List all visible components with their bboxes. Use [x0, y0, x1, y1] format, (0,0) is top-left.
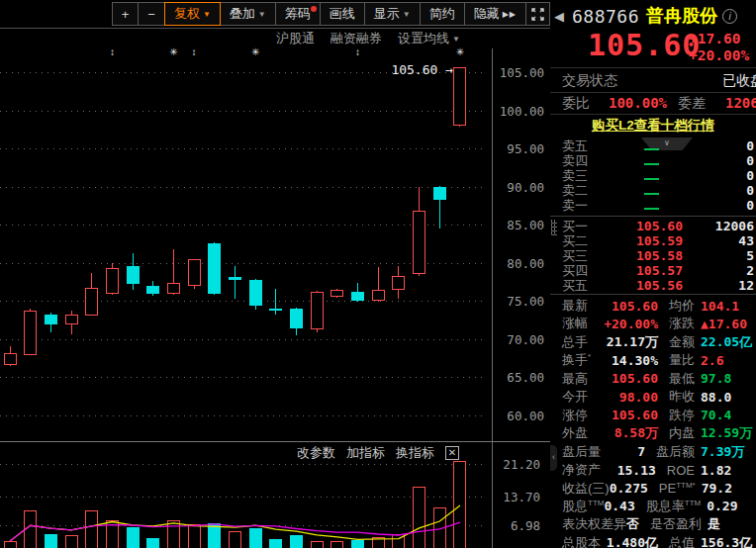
stats-row: 今开98.00昨收88.0 — [562, 388, 756, 406]
display-button[interactable]: 显示▼ — [364, 2, 421, 26]
superscript: TTM — [685, 499, 701, 507]
volume-bar — [65, 535, 78, 548]
hide-button[interactable]: 隐藏▶▶ — [464, 2, 526, 26]
chouma-button[interactable]: 筹码 — [275, 2, 321, 26]
empty-price-dash — [644, 163, 659, 165]
sell-price-dash — [596, 138, 683, 153]
left-arrow-icon[interactable]: ◀ — [554, 9, 564, 24]
panel-collapse-tab-icon[interactable]: ‹ — [550, 445, 557, 471]
stat-value: 1.480亿 — [601, 534, 660, 548]
price-axis-label: 60.00 — [493, 409, 544, 423]
candle-body — [24, 311, 37, 355]
sell-qty: 0 — [683, 168, 754, 183]
split-icon: ↕ — [106, 46, 118, 57]
stat-value: 7.39万 — [695, 443, 756, 461]
price-gridline — [0, 187, 487, 188]
stat-label: 均价 — [669, 297, 695, 315]
sell-price-dash — [596, 153, 683, 168]
stat-value: 0.43 — [604, 499, 636, 513]
candle-body — [269, 309, 282, 312]
candle-body — [167, 283, 180, 295]
switch-indicator-link[interactable]: 换指标 — [396, 444, 434, 462]
stat-value: 156.3亿 — [695, 534, 756, 548]
superscript: TTM — [588, 499, 604, 507]
subtoolbar-rongzirongquan[interactable]: 融资融券 — [331, 30, 382, 47]
trade-status-value: 已收盘 — [722, 72, 756, 90]
buy-price: 105.59 — [596, 233, 683, 248]
sell-level-label: 卖一 — [562, 197, 596, 215]
stat-label: 总手 — [562, 333, 588, 351]
buy-qty: 12 — [683, 278, 754, 293]
info-icon[interactable]: i — [722, 9, 737, 24]
candle-body — [127, 266, 140, 284]
divider — [550, 294, 756, 295]
candle-body — [208, 243, 221, 294]
stat-value: ▲17.60 — [695, 317, 756, 331]
expand-button[interactable] — [525, 2, 550, 26]
stat-value: 105.60 — [588, 408, 660, 422]
price-axis-label: 105.00 — [493, 65, 544, 80]
zoom-in-button[interactable]: + — [112, 2, 140, 26]
stock-terminal-window: 105.00100.0095.0090.0085.0080.0075.0070.… — [0, 0, 756, 548]
price-axis-label: 100.00 — [493, 104, 544, 119]
price-axis-label: 75.00 — [493, 294, 544, 309]
subtoolbar-hugutong[interactable]: 沪股通 — [276, 30, 315, 47]
volume-bar — [331, 541, 343, 548]
sell-qty: 0 — [683, 198, 754, 213]
stat-label: 表决权差异 — [562, 515, 626, 533]
add-indicator-link[interactable]: 加指标 — [346, 444, 385, 462]
stat-value: 105.60 — [588, 371, 660, 386]
close-icon[interactable]: ✕ — [445, 446, 459, 460]
buy-l2-link[interactable]: 购买L2查看十档行情 — [550, 117, 756, 135]
stat-label: 最新 — [562, 297, 588, 315]
button-label: 隐藏 — [474, 5, 500, 23]
simple-button[interactable]: 简约 — [420, 2, 465, 26]
stat-label: 总值 — [669, 534, 695, 548]
volume-bar — [392, 534, 405, 548]
stat-value: 12.59万 — [695, 424, 756, 442]
stats-row: 最新105.60均价104.1 — [562, 297, 756, 315]
draw-line-button[interactable]: 画线 — [320, 2, 365, 26]
buy-price: 105.56 — [596, 278, 683, 293]
stat-value: 88.0 — [695, 390, 756, 405]
panel-splitter[interactable]: ‹ — [550, 0, 558, 548]
sell-price-dash — [596, 183, 683, 198]
volume-bar — [372, 537, 385, 548]
buy-qty: 5 — [683, 248, 754, 263]
volume-bar — [146, 538, 159, 548]
fuquan-button[interactable]: 复权▼ — [164, 2, 221, 26]
price-change-block: +17.60 +20.00% — [689, 31, 749, 63]
candle-body — [106, 268, 119, 294]
change-params-link[interactable]: 改参数 — [297, 444, 335, 462]
volume-bar — [453, 461, 466, 548]
zoom-out-button[interactable]: − — [138, 2, 165, 26]
stats-row: 总股本1.480亿总值156.3亿 — [562, 534, 756, 548]
sell-price-dash — [596, 198, 683, 213]
drag-handle-icon[interactable] — [551, 220, 557, 235]
bid-diff-label: 委差 — [678, 95, 706, 113]
price-change: +17.60 — [689, 31, 749, 47]
empty-price-dash — [644, 208, 659, 210]
quote-panel: ‹ ◀ 688766 普冉股份 i 105.60 +17.60 +20.00% … — [550, 0, 756, 548]
stat-value: 否 — [626, 515, 641, 533]
button-label: − — [147, 7, 155, 22]
price-gridline — [0, 377, 487, 378]
buy-level-label: 买五 — [562, 277, 596, 295]
stat-value: 是 — [702, 515, 756, 533]
latest-price-tag: 105.60 → — [391, 62, 453, 77]
candle-body — [433, 187, 446, 200]
volume-bar — [24, 510, 37, 548]
stat-label: 涨跌 — [669, 315, 695, 332]
subtoolbar-set-ma[interactable]: 设置均线▼ — [398, 30, 460, 47]
overlay-button[interactable]: 叠加▼ — [220, 2, 276, 26]
stat-value: 98.00 — [588, 390, 660, 405]
volume-ma-lines — [0, 0, 550, 548]
volume-axis-label: 6.98 — [489, 518, 540, 533]
candlestick-chart: 105.00100.0095.0090.0085.0080.0075.0070.… — [0, 0, 550, 548]
stat-label: 今开 — [562, 388, 588, 406]
button-label: 筹码 — [285, 5, 311, 23]
volume-bar — [127, 527, 140, 548]
candle-body — [188, 259, 201, 286]
bid-ratio-label: 委比 — [562, 95, 590, 111]
buy-qty: 2 — [683, 263, 754, 278]
